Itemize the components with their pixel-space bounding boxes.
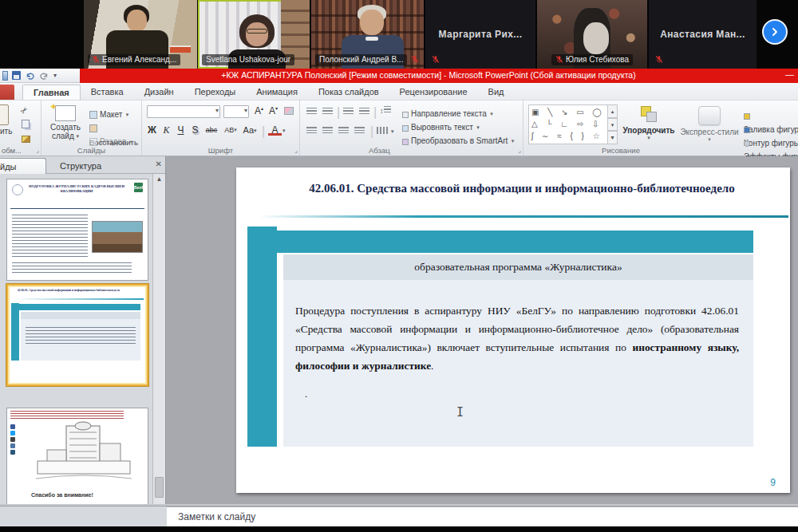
group-font: А▴ А▾ Ж К Ч S abc АВ▾ Аа▾ | А ▾ Шрифт ⌟: [142, 100, 300, 156]
strikethrough-button[interactable]: abc: [203, 126, 220, 134]
shrink-font-button[interactable]: А▾: [267, 105, 280, 116]
columns-button[interactable]: [377, 127, 389, 134]
participant-name: Маргарита Рих...: [425, 0, 535, 69]
numbering-button[interactable]: [322, 108, 333, 115]
pane-tab-outline[interactable]: Структура: [49, 158, 112, 174]
quick-styles-button[interactable]: Экспресс-стили ▾: [678, 104, 741, 143]
notes-input[interactable]: Заметки к слайду: [167, 506, 798, 526]
qat-customize-button[interactable]: ▾: [53, 73, 57, 79]
bold-button[interactable]: Ж: [145, 124, 159, 136]
thumb3-caption: Спасибо за внимание!: [31, 491, 93, 498]
paste-button[interactable]: [0, 104, 9, 125]
copy-icon[interactable]: [22, 120, 30, 128]
shapes-scroll-up[interactable]: ▴: [608, 104, 618, 118]
smartart-button[interactable]: Преобразовать в SmartArt ▾: [402, 132, 514, 147]
participant-name-label: Евгений Александ...: [88, 54, 180, 65]
slide-thumbnail-2-selected[interactable]: 42.06.01. Средства массовой информации и…: [6, 284, 148, 386]
slide-thumbnail-1[interactable]: ПОДГОТОВКА ЖУРНАЛИСТСКИХ КАДРОВ ВЫСШЕЙ К…: [6, 179, 148, 281]
pane-tab-slides[interactable]: Слайды: [0, 158, 46, 174]
slide-title[interactable]: 42.06.01. Средства массовой информации и…: [265, 182, 779, 195]
tab-insert[interactable]: Вставка: [81, 85, 134, 100]
slide-subtitle[interactable]: образовательная программа «Журналистика»: [283, 254, 753, 280]
slide-canvas[interactable]: 42.06.01. Средства массовой информации и…: [236, 167, 790, 493]
facebook-icon: [10, 424, 15, 429]
paragraph-dialog-launcher[interactable]: ⌟: [518, 147, 521, 154]
participant-tile-4[interactable]: Маргарита Рих...: [425, 0, 535, 69]
cut-icon[interactable]: ✂: [18, 104, 31, 117]
tab-slideshow[interactable]: Показ слайдов: [308, 85, 389, 100]
tab-animations[interactable]: Анимация: [246, 85, 308, 100]
justify-button[interactable]: [354, 127, 365, 134]
slide-body-text[interactable]: Процедура поступления в аспирантуру НИУ …: [295, 301, 739, 375]
pane-scrollbar[interactable]: ▲: [152, 174, 165, 504]
clear-formatting-icon[interactable]: [284, 107, 294, 115]
text-shadow-button[interactable]: S: [188, 124, 202, 136]
underline-button[interactable]: Ч: [174, 124, 188, 136]
close-pane-icon[interactable]: ✕: [156, 160, 162, 168]
twitter-icon: [10, 431, 15, 435]
font-color-dropdown[interactable]: ▾: [282, 128, 286, 134]
participant-name: Анастасия Ман...: [649, 0, 757, 69]
change-case-label: Аа: [243, 125, 254, 135]
university-seal-icon: [12, 184, 23, 195]
font-name-combo[interactable]: [147, 105, 220, 118]
text-direction-label: Направление текста: [411, 109, 487, 118]
next-participants-button[interactable]: [762, 19, 788, 45]
font-dialog-launcher[interactable]: ⌟: [294, 147, 298, 154]
save-button[interactable]: [12, 71, 21, 80]
clipboard-dialog-launcher[interactable]: ⌟: [36, 147, 39, 154]
redo-button[interactable]: [39, 71, 49, 81]
text-direction-button[interactable]: Направление текста ▾: [402, 105, 493, 120]
shapes-more-button[interactable]: ▼: [608, 131, 618, 144]
participant-name-label: Svetlana Ushakova-jour: [202, 54, 294, 65]
participant-tile-1[interactable]: Евгений Александ...: [84, 0, 197, 69]
align-text-button[interactable]: Выровнять текст ▾: [402, 119, 480, 133]
scroll-up-icon[interactable]: ▲: [153, 174, 165, 185]
tab-review[interactable]: Рецензирование: [389, 85, 478, 100]
minimize-button[interactable]: —: [785, 69, 794, 83]
bullets-button[interactable]: [306, 108, 317, 115]
shape-effects-icon: [744, 140, 750, 147]
shapes-scroll-down[interactable]: ▾: [608, 118, 618, 131]
tab-design[interactable]: Дизайн: [134, 85, 184, 100]
undo-button[interactable]: [25, 71, 35, 81]
participant-name-label: Юлия Стебихова: [551, 54, 633, 65]
change-case-button[interactable]: Аа▾: [241, 125, 259, 135]
align-left-button[interactable]: [306, 127, 317, 134]
font-color-button[interactable]: А: [268, 124, 282, 136]
grow-font-button[interactable]: А▴: [252, 105, 266, 116]
arrange-button[interactable]: Упорядочить ▾: [621, 104, 677, 141]
section-icon: [89, 138, 97, 146]
tab-transitions[interactable]: Переходы: [184, 85, 247, 100]
participant-tile-5[interactable]: Юлия Стебихова: [537, 0, 647, 69]
shapes-gallery[interactable]: ▣ ╲ ↘ ▭ ◯ □ △ └ ∟ ⇨ ⇩ ○ ʃ ∼ ≈ { } ☆: [528, 104, 608, 144]
participant-tile-3[interactable]: Полонский Андрей В...: [311, 0, 424, 69]
layout-button[interactable]: Макет ▾: [89, 106, 128, 120]
file-tab[interactable]: [0, 85, 14, 100]
participant-tile-6[interactable]: Анастасия Ман...: [649, 0, 757, 69]
font-size-combo[interactable]: [223, 105, 249, 118]
paste-label[interactable]: ить: [0, 127, 12, 136]
scrollbar-thumb[interactable]: [155, 477, 164, 498]
align-right-button[interactable]: [338, 127, 349, 134]
align-center-button[interactable]: [322, 127, 333, 134]
instagram-icon: [10, 437, 15, 442]
columns-dropdown[interactable]: ▾: [391, 128, 394, 135]
italic-button[interactable]: К: [160, 124, 173, 136]
tab-home[interactable]: Главная: [22, 85, 81, 100]
line-spacing-button[interactable]: ↕: [380, 106, 391, 115]
group-clipboard: ить ✂ обм... ⌟: [0, 100, 41, 156]
slide-thumbnail-3[interactable]: Спасибо за внимание!: [6, 408, 148, 504]
format-painter-icon[interactable]: [22, 136, 30, 143]
participant-name: Svetlana Ushakova-jour: [206, 55, 290, 64]
participant-tile-2-active-speaker[interactable]: Svetlana Ushakova-jour: [198, 0, 310, 69]
thumb1-header: ПОДГОТОВКА ЖУРНАЛИСТСКИХ КАДРОВ ВЫСШЕЙ К…: [10, 182, 144, 209]
new-slide-button[interactable]: ✦ Создать слайд ▾: [45, 104, 85, 146]
decrease-indent-button[interactable]: [343, 108, 354, 115]
character-spacing-button[interactable]: АВ▾: [222, 126, 239, 134]
tab-view[interactable]: Вид: [478, 85, 515, 100]
participant-figure: [247, 29, 267, 33]
belgu-logo: БелГУ: [134, 183, 143, 192]
increase-indent-button[interactable]: [359, 108, 369, 115]
bottom-black-bar: [0, 526, 798, 532]
